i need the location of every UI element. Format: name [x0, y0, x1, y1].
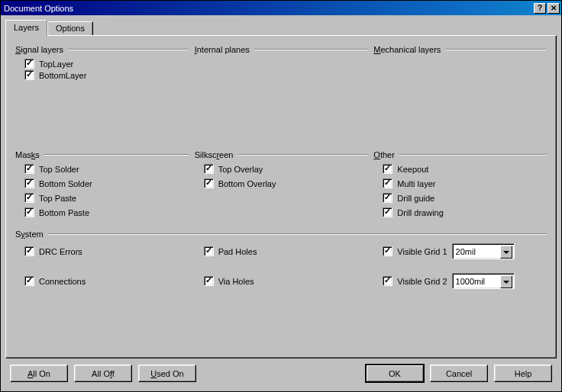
- group-title-silkscreen: Silkscreen: [195, 150, 238, 159]
- combo-value: 1000mil: [456, 277, 486, 286]
- checkbox-top-solder[interactable]: Top Solder: [24, 164, 189, 174]
- window-title: Document Options: [4, 4, 532, 13]
- checkbox-toplayer[interactable]: TopLayer: [24, 59, 189, 69]
- checkbox-drillguide[interactable]: Drill guide: [383, 193, 547, 203]
- group-title-mechanical: Mechanical layers: [373, 45, 445, 54]
- ok-button[interactable]: OK: [366, 365, 424, 382]
- checkbox-bottom-overlay[interactable]: Bottom Overlay: [204, 178, 368, 188]
- group-mechanical-layers: Mechanical layers: [373, 45, 547, 82]
- all-off-button[interactable]: All Off: [74, 365, 132, 382]
- check-icon: [24, 207, 34, 217]
- dialog-window: Document Options ? ✕ Layers Options Sign…: [0, 0, 562, 392]
- group-title-other: Other: [373, 150, 399, 159]
- help-titlebar-button[interactable]: ?: [534, 3, 546, 14]
- help-button[interactable]: Help: [494, 365, 552, 382]
- tab-strip: Layers Options: [5, 20, 557, 35]
- group-internal-planes: Internal planes: [195, 45, 368, 82]
- check-icon: [383, 193, 392, 203]
- group-title-internal: Internal planes: [195, 45, 254, 54]
- group-title-system: System: [15, 230, 48, 239]
- group-silkscreen: Silkscreen Top Overlay Bottom Overlay: [195, 150, 368, 222]
- checkbox-visible-grid-1[interactable]: Visible Grid 1: [383, 246, 447, 256]
- checkbox-bottomlayer[interactable]: BottomLayer: [24, 70, 189, 80]
- check-icon: [24, 164, 34, 174]
- chevron-down-icon[interactable]: [500, 275, 512, 288]
- used-on-button[interactable]: Used On: [138, 365, 196, 382]
- checkbox-bottom-solder[interactable]: Bottom Solder: [24, 178, 189, 188]
- group-other: Other Keepout Multi layer Drill guide Dr…: [373, 150, 547, 222]
- checkbox-pad-holes[interactable]: Pad Holes: [204, 246, 368, 256]
- tab-layers[interactable]: Layers: [5, 20, 47, 36]
- combo-value: 20mil: [456, 247, 476, 256]
- check-icon: [24, 178, 34, 188]
- checkbox-multilayer[interactable]: Multi layer: [383, 178, 547, 188]
- check-icon: [383, 178, 392, 188]
- checkbox-top-paste[interactable]: Top Paste: [24, 193, 189, 203]
- group-signal-layers: Signal layers TopLayer BottomLayer: [15, 45, 189, 82]
- check-icon: [204, 246, 214, 256]
- checkbox-drc-errors[interactable]: DRC Errors: [24, 246, 189, 256]
- group-title-signal: Signal layers: [15, 45, 68, 54]
- check-icon: [204, 276, 214, 286]
- checkbox-bottom-paste[interactable]: Bottom Paste: [24, 207, 189, 217]
- chevron-down-icon[interactable]: [500, 246, 512, 259]
- checkbox-top-overlay[interactable]: Top Overlay: [204, 164, 368, 174]
- check-icon: [24, 193, 34, 203]
- tab-options[interactable]: Options: [47, 21, 93, 35]
- close-titlebar-button[interactable]: ✕: [547, 3, 560, 14]
- checkbox-drilldrawing[interactable]: Drill drawing: [383, 207, 547, 217]
- check-icon: [204, 178, 214, 188]
- check-icon: [383, 164, 392, 174]
- group-title-masks: Masks: [15, 150, 44, 159]
- cancel-button[interactable]: Cancel: [430, 365, 488, 382]
- titlebar: Document Options ? ✕: [1, 1, 561, 15]
- checkbox-visible-grid-2[interactable]: Visible Grid 2: [383, 276, 447, 286]
- client-area: Layers Options Signal layers TopLayer: [1, 15, 561, 391]
- combo-visible-grid-1[interactable]: 20mil: [452, 243, 515, 259]
- group-masks: Masks Top Solder Bottom Solder Top Paste…: [15, 150, 189, 222]
- checkbox-keepout[interactable]: Keepout: [383, 164, 547, 174]
- check-icon: [24, 59, 34, 69]
- tab-panel-layers: Signal layers TopLayer BottomLayer Inter: [5, 35, 557, 358]
- checkbox-connections[interactable]: Connections: [24, 276, 189, 286]
- check-icon: [383, 246, 392, 256]
- all-on-button[interactable]: All On: [10, 365, 68, 382]
- combo-visible-grid-2[interactable]: 1000mil: [452, 273, 515, 289]
- checkbox-via-holes[interactable]: Via Holes: [204, 276, 368, 286]
- check-icon: [24, 70, 34, 80]
- check-icon: [204, 164, 214, 174]
- button-bar: All On All Off Used On OK Cancel Help: [5, 358, 557, 387]
- check-icon: [24, 276, 34, 286]
- check-icon: [383, 276, 392, 286]
- check-icon: [383, 207, 392, 217]
- check-icon: [24, 246, 34, 256]
